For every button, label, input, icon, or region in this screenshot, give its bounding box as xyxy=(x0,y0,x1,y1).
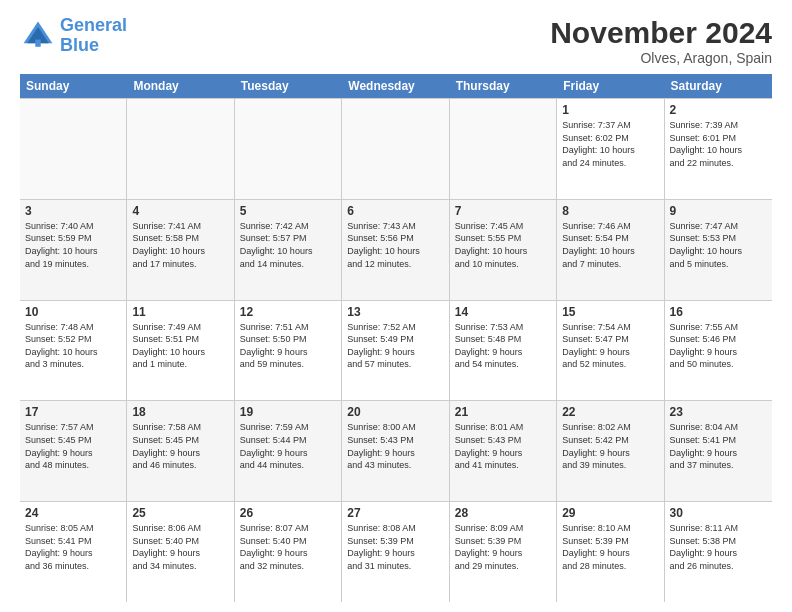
day-number: 22 xyxy=(562,405,658,419)
day-number: 23 xyxy=(670,405,767,419)
cal-cell-5-6: 29Sunrise: 8:10 AM Sunset: 5:39 PM Dayli… xyxy=(557,502,664,602)
day-number: 18 xyxy=(132,405,228,419)
header-tuesday: Tuesday xyxy=(235,74,342,98)
day-number: 7 xyxy=(455,204,551,218)
cal-cell-4-6: 22Sunrise: 8:02 AM Sunset: 5:42 PM Dayli… xyxy=(557,401,664,501)
cal-cell-5-3: 26Sunrise: 8:07 AM Sunset: 5:40 PM Dayli… xyxy=(235,502,342,602)
day-number: 27 xyxy=(347,506,443,520)
header-friday: Friday xyxy=(557,74,664,98)
day-number: 19 xyxy=(240,405,336,419)
cal-cell-5-7: 30Sunrise: 8:11 AM Sunset: 5:38 PM Dayli… xyxy=(665,502,772,602)
logo: General Blue xyxy=(20,16,127,56)
day-info: Sunrise: 8:07 AM Sunset: 5:40 PM Dayligh… xyxy=(240,522,336,572)
month-title: November 2024 xyxy=(550,16,772,50)
cal-cell-2-7: 9Sunrise: 7:47 AM Sunset: 5:53 PM Daylig… xyxy=(665,200,772,300)
day-info: Sunrise: 8:06 AM Sunset: 5:40 PM Dayligh… xyxy=(132,522,228,572)
cal-cell-2-1: 3Sunrise: 7:40 AM Sunset: 5:59 PM Daylig… xyxy=(20,200,127,300)
day-number: 10 xyxy=(25,305,121,319)
day-info: Sunrise: 7:51 AM Sunset: 5:50 PM Dayligh… xyxy=(240,321,336,371)
day-number: 9 xyxy=(670,204,767,218)
day-number: 29 xyxy=(562,506,658,520)
cal-cell-5-1: 24Sunrise: 8:05 AM Sunset: 5:41 PM Dayli… xyxy=(20,502,127,602)
logo-icon xyxy=(20,18,56,54)
calendar-body: 1Sunrise: 7:37 AM Sunset: 6:02 PM Daylig… xyxy=(20,98,772,602)
day-number: 25 xyxy=(132,506,228,520)
location: Olves, Aragon, Spain xyxy=(550,50,772,66)
day-number: 4 xyxy=(132,204,228,218)
day-info: Sunrise: 8:04 AM Sunset: 5:41 PM Dayligh… xyxy=(670,421,767,471)
day-number: 11 xyxy=(132,305,228,319)
logo-line1: General xyxy=(60,15,127,35)
day-number: 21 xyxy=(455,405,551,419)
day-info: Sunrise: 8:08 AM Sunset: 5:39 PM Dayligh… xyxy=(347,522,443,572)
day-number: 13 xyxy=(347,305,443,319)
day-info: Sunrise: 7:42 AM Sunset: 5:57 PM Dayligh… xyxy=(240,220,336,270)
cal-cell-2-2: 4Sunrise: 7:41 AM Sunset: 5:58 PM Daylig… xyxy=(127,200,234,300)
day-number: 15 xyxy=(562,305,658,319)
calendar-row-2: 3Sunrise: 7:40 AM Sunset: 5:59 PM Daylig… xyxy=(20,199,772,300)
day-number: 14 xyxy=(455,305,551,319)
day-info: Sunrise: 7:43 AM Sunset: 5:56 PM Dayligh… xyxy=(347,220,443,270)
cal-cell-4-7: 23Sunrise: 8:04 AM Sunset: 5:41 PM Dayli… xyxy=(665,401,772,501)
cal-cell-1-2 xyxy=(127,99,234,199)
cal-cell-2-5: 7Sunrise: 7:45 AM Sunset: 5:55 PM Daylig… xyxy=(450,200,557,300)
cal-cell-1-5 xyxy=(450,99,557,199)
day-info: Sunrise: 7:45 AM Sunset: 5:55 PM Dayligh… xyxy=(455,220,551,270)
day-info: Sunrise: 7:49 AM Sunset: 5:51 PM Dayligh… xyxy=(132,321,228,371)
day-info: Sunrise: 7:57 AM Sunset: 5:45 PM Dayligh… xyxy=(25,421,121,471)
logo-text: General Blue xyxy=(60,16,127,56)
day-info: Sunrise: 7:53 AM Sunset: 5:48 PM Dayligh… xyxy=(455,321,551,371)
cal-cell-2-3: 5Sunrise: 7:42 AM Sunset: 5:57 PM Daylig… xyxy=(235,200,342,300)
day-number: 17 xyxy=(25,405,121,419)
day-number: 16 xyxy=(670,305,767,319)
day-info: Sunrise: 7:39 AM Sunset: 6:01 PM Dayligh… xyxy=(670,119,767,169)
cal-cell-4-5: 21Sunrise: 8:01 AM Sunset: 5:43 PM Dayli… xyxy=(450,401,557,501)
day-number: 20 xyxy=(347,405,443,419)
day-info: Sunrise: 7:59 AM Sunset: 5:44 PM Dayligh… xyxy=(240,421,336,471)
day-number: 26 xyxy=(240,506,336,520)
page: General Blue November 2024 Olves, Aragon… xyxy=(0,0,792,612)
day-info: Sunrise: 7:47 AM Sunset: 5:53 PM Dayligh… xyxy=(670,220,767,270)
day-info: Sunrise: 8:09 AM Sunset: 5:39 PM Dayligh… xyxy=(455,522,551,572)
day-info: Sunrise: 7:37 AM Sunset: 6:02 PM Dayligh… xyxy=(562,119,658,169)
day-info: Sunrise: 7:40 AM Sunset: 5:59 PM Dayligh… xyxy=(25,220,121,270)
cal-cell-5-5: 28Sunrise: 8:09 AM Sunset: 5:39 PM Dayli… xyxy=(450,502,557,602)
cal-cell-1-1 xyxy=(20,99,127,199)
cal-cell-2-4: 6Sunrise: 7:43 AM Sunset: 5:56 PM Daylig… xyxy=(342,200,449,300)
header-monday: Monday xyxy=(127,74,234,98)
day-number: 12 xyxy=(240,305,336,319)
day-info: Sunrise: 7:52 AM Sunset: 5:49 PM Dayligh… xyxy=(347,321,443,371)
day-info: Sunrise: 7:46 AM Sunset: 5:54 PM Dayligh… xyxy=(562,220,658,270)
header-saturday: Saturday xyxy=(665,74,772,98)
day-info: Sunrise: 8:10 AM Sunset: 5:39 PM Dayligh… xyxy=(562,522,658,572)
title-block: November 2024 Olves, Aragon, Spain xyxy=(550,16,772,66)
day-info: Sunrise: 7:48 AM Sunset: 5:52 PM Dayligh… xyxy=(25,321,121,371)
day-info: Sunrise: 7:54 AM Sunset: 5:47 PM Dayligh… xyxy=(562,321,658,371)
day-info: Sunrise: 7:41 AM Sunset: 5:58 PM Dayligh… xyxy=(132,220,228,270)
day-info: Sunrise: 8:02 AM Sunset: 5:42 PM Dayligh… xyxy=(562,421,658,471)
header-wednesday: Wednesday xyxy=(342,74,449,98)
cal-cell-4-2: 18Sunrise: 7:58 AM Sunset: 5:45 PM Dayli… xyxy=(127,401,234,501)
day-number: 28 xyxy=(455,506,551,520)
cal-cell-3-7: 16Sunrise: 7:55 AM Sunset: 5:46 PM Dayli… xyxy=(665,301,772,401)
cal-cell-1-3 xyxy=(235,99,342,199)
svg-rect-2 xyxy=(35,39,40,46)
logo-line2: Blue xyxy=(60,35,99,55)
day-number: 3 xyxy=(25,204,121,218)
day-number: 5 xyxy=(240,204,336,218)
cal-cell-1-4 xyxy=(342,99,449,199)
calendar: Sunday Monday Tuesday Wednesday Thursday… xyxy=(20,74,772,602)
day-number: 6 xyxy=(347,204,443,218)
day-number: 24 xyxy=(25,506,121,520)
cal-cell-3-6: 15Sunrise: 7:54 AM Sunset: 5:47 PM Dayli… xyxy=(557,301,664,401)
day-number: 2 xyxy=(670,103,767,117)
cal-cell-5-2: 25Sunrise: 8:06 AM Sunset: 5:40 PM Dayli… xyxy=(127,502,234,602)
header: General Blue November 2024 Olves, Aragon… xyxy=(20,16,772,66)
day-info: Sunrise: 8:11 AM Sunset: 5:38 PM Dayligh… xyxy=(670,522,767,572)
day-info: Sunrise: 8:05 AM Sunset: 5:41 PM Dayligh… xyxy=(25,522,121,572)
day-number: 30 xyxy=(670,506,767,520)
day-info: Sunrise: 7:58 AM Sunset: 5:45 PM Dayligh… xyxy=(132,421,228,471)
cal-cell-5-4: 27Sunrise: 8:08 AM Sunset: 5:39 PM Dayli… xyxy=(342,502,449,602)
cal-cell-3-5: 14Sunrise: 7:53 AM Sunset: 5:48 PM Dayli… xyxy=(450,301,557,401)
cal-cell-1-7: 2Sunrise: 7:39 AM Sunset: 6:01 PM Daylig… xyxy=(665,99,772,199)
